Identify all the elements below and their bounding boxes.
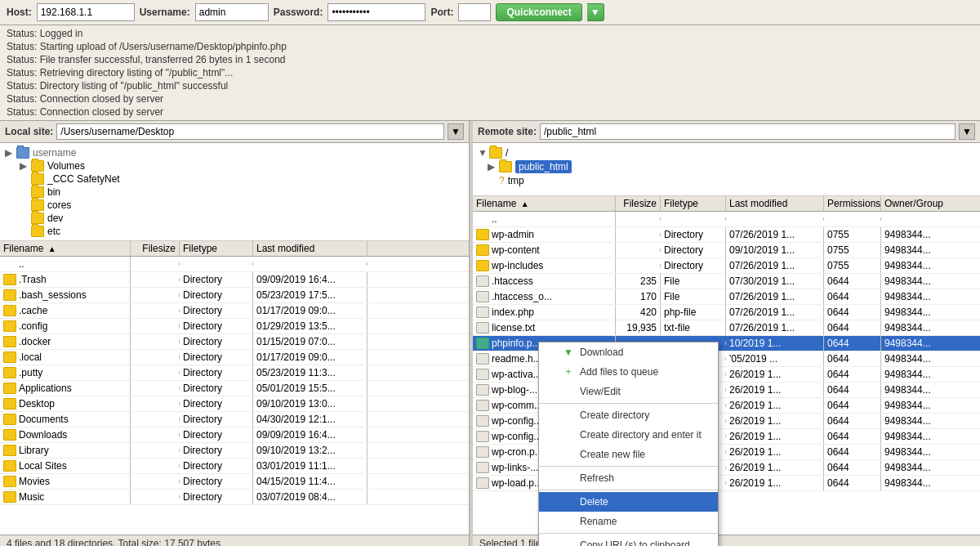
- remote-file-row[interactable]: wp-admin Directory 07/26/2019 1... 0755 …: [473, 227, 980, 243]
- remote-file-perms: 0755: [824, 243, 881, 257]
- tree-item[interactable]: cores: [3, 199, 466, 212]
- context-menu-download-label: Download: [580, 347, 623, 358]
- context-menu-view-edit[interactable]: View/Edit: [539, 382, 718, 401]
- file-type: Directory: [180, 288, 253, 302]
- tree-item-label: cores: [47, 199, 71, 211]
- header-filesize-r[interactable]: Filesize: [616, 196, 661, 211]
- header-lastmod[interactable]: Last modified: [253, 241, 368, 256]
- quickconnect-dropdown-button[interactable]: ▼: [587, 3, 604, 21]
- password-input[interactable]: [327, 3, 425, 21]
- remote-tree-item[interactable]: ? tmp: [476, 174, 977, 187]
- file-name: Downloads: [0, 427, 131, 442]
- context-menu-create-dir-enter-label: Create directory and enter it: [580, 429, 702, 441]
- local-file-row[interactable]: Library Directory 09/10/2019 13:2...: [0, 443, 469, 459]
- file-name: .bash_sessions: [0, 288, 131, 302]
- header-lastmod-r[interactable]: Last modified: [726, 196, 824, 211]
- username-input[interactable]: [195, 3, 269, 21]
- header-owner-r[interactable]: Owner/Group: [881, 196, 980, 211]
- context-menu-delete[interactable]: Delete: [539, 492, 718, 512]
- remote-file-modified: 26/2019 1...: [726, 398, 824, 413]
- context-menu-create-file[interactable]: Create new file: [539, 445, 718, 464]
- remote-file-owner: 9498344...: [881, 320, 980, 335]
- remote-file-row[interactable]: .htaccess 235 File 07/30/2019 1... 0644 …: [473, 274, 980, 289]
- file-modified: 01/17/2019 09:0...: [253, 303, 368, 318]
- host-input[interactable]: [37, 3, 135, 21]
- file-modified: 05/23/2019 11:3...: [253, 365, 368, 380]
- remote-file-perms: 0755: [824, 227, 881, 242]
- remote-site-dropdown[interactable]: ▼: [959, 123, 975, 140]
- local-file-row[interactable]: .Trash Directory 09/09/2019 16:4...: [0, 272, 469, 288]
- local-file-row[interactable]: Local Sites Directory 03/01/2019 11:1...: [0, 459, 469, 474]
- remote-file-row[interactable]: wp-content Directory 09/10/2019 1... 075…: [473, 243, 980, 258]
- local-file-row[interactable]: Desktop Directory 09/10/2019 13:0...: [0, 396, 469, 412]
- remote-tree[interactable]: ▼ / ▶ public_html ? tmp: [473, 143, 980, 196]
- context-menu-separator-2: [539, 466, 718, 467]
- create-dir-enter-icon: [562, 428, 575, 441]
- tree-item[interactable]: _CCC SafetyNet: [3, 172, 466, 186]
- local-file-row[interactable]: Applications Directory 05/01/2019 15:5..…: [0, 381, 469, 396]
- status-line-6: Status: Connection closed by server: [7, 92, 973, 105]
- context-menu-create-dir-enter[interactable]: Create directory and enter it: [539, 425, 718, 445]
- local-file-row[interactable]: .bash_sessions Directory 05/23/2019 17:5…: [0, 288, 469, 303]
- remote-file-row[interactable]: ..: [473, 212, 980, 227]
- tree-item[interactable]: ▶ username: [3, 146, 466, 159]
- local-file-row[interactable]: .config Directory 01/29/2019 13:5...: [0, 319, 469, 334]
- header-filetype[interactable]: Filetype: [180, 241, 253, 256]
- remote-file-row[interactable]: .htaccess_o... 170 File 07/26/2019 1... …: [473, 289, 980, 305]
- file-name: Local Sites: [0, 459, 131, 473]
- header-filesize[interactable]: Filesize: [131, 241, 180, 256]
- remote-file-row[interactable]: index.php 420 php-file 07/26/2019 1... 0…: [473, 305, 980, 320]
- tree-item[interactable]: etc: [3, 225, 466, 238]
- header-perms-r[interactable]: Permissions: [824, 196, 881, 211]
- file-size: [131, 371, 180, 374]
- remote-site-path[interactable]: [540, 123, 956, 140]
- file-type: [180, 262, 253, 266]
- local-file-row[interactable]: Downloads Directory 09/09/2019 16:4...: [0, 427, 469, 443]
- file-modified: 09/10/2019 13:2...: [253, 443, 368, 458]
- local-file-row[interactable]: Documents Directory 04/30/2019 12:1...: [0, 412, 469, 427]
- remote-file-row[interactable]: license.txt 19,935 txt-file 07/26/2019 1…: [473, 320, 980, 336]
- local-file-row[interactable]: ..: [0, 257, 469, 272]
- tree-item[interactable]: bin: [3, 186, 466, 199]
- remote-file-modified: 07/26/2019 1...: [726, 305, 824, 320]
- context-menu-refresh[interactable]: Refresh: [539, 468, 718, 488]
- remote-file-type: Directory: [661, 258, 726, 273]
- file-modified: 09/10/2019 13:0...: [253, 396, 368, 411]
- header-filetype-r[interactable]: Filetype: [661, 196, 726, 211]
- local-file-row[interactable]: Music Directory 03/07/2019 08:4...: [0, 490, 469, 505]
- refresh-icon: [562, 472, 575, 485]
- header-filename[interactable]: Filename ▲: [0, 241, 131, 256]
- local-file-row[interactable]: Movies Directory 04/15/2019 11:4...: [0, 474, 469, 490]
- remote-file-owner: 9498344...: [881, 351, 980, 366]
- local-file-list[interactable]: Filename ▲ Filesize Filetype Last modifi…: [0, 241, 469, 535]
- local-site-dropdown[interactable]: ▼: [448, 123, 464, 140]
- file-name: Music: [0, 490, 131, 504]
- port-input[interactable]: [458, 3, 491, 21]
- remote-tree-item[interactable]: ▼ /: [476, 146, 977, 159]
- local-file-header: Filename ▲ Filesize Filetype Last modifi…: [0, 241, 469, 257]
- view-edit-icon: [562, 385, 575, 398]
- status-area: Status: Logged in Status: Starting uploa…: [0, 25, 980, 121]
- context-menu-download[interactable]: ▼ Download: [539, 342, 718, 362]
- local-file-row[interactable]: .local Directory 01/17/2019 09:0...: [0, 350, 469, 365]
- local-file-row[interactable]: .cache Directory 01/17/2019 09:0...: [0, 303, 469, 319]
- file-size: [131, 495, 180, 499]
- context-menu-copy-url[interactable]: Copy URL(s) to clipboard: [539, 535, 718, 546]
- remote-file-owner: [881, 217, 980, 221]
- local-file-row[interactable]: .putty Directory 05/23/2019 11:3...: [0, 365, 469, 381]
- file-modified: 01/29/2019 13:5...: [253, 319, 368, 333]
- remote-tree-item[interactable]: ▶ public_html: [476, 159, 977, 174]
- local-tree[interactable]: ▶ username ▶ Volumes _CCC SafetyNet bin: [0, 143, 469, 241]
- local-file-row[interactable]: .docker Directory 01/15/2019 07:0...: [0, 334, 469, 350]
- quickconnect-button[interactable]: Quickconnect: [496, 3, 581, 21]
- remote-file-perms: 0644: [824, 398, 881, 413]
- remote-file-row[interactable]: wp-includes Directory 07/26/2019 1... 07…: [473, 258, 980, 274]
- header-filename-r[interactable]: Filename ▲: [473, 196, 616, 211]
- tree-item[interactable]: dev: [3, 212, 466, 225]
- context-menu-create-dir[interactable]: Create directory: [539, 405, 718, 425]
- context-menu-add-queue[interactable]: + Add files to queue: [539, 362, 718, 382]
- tree-item[interactable]: ▶ Volumes: [3, 159, 466, 172]
- right-panel: Remote site: ▼ ▼ / ▶ public_html ? tmp: [473, 121, 980, 546]
- local-site-path[interactable]: [56, 123, 444, 140]
- context-menu-rename[interactable]: Rename: [539, 512, 718, 531]
